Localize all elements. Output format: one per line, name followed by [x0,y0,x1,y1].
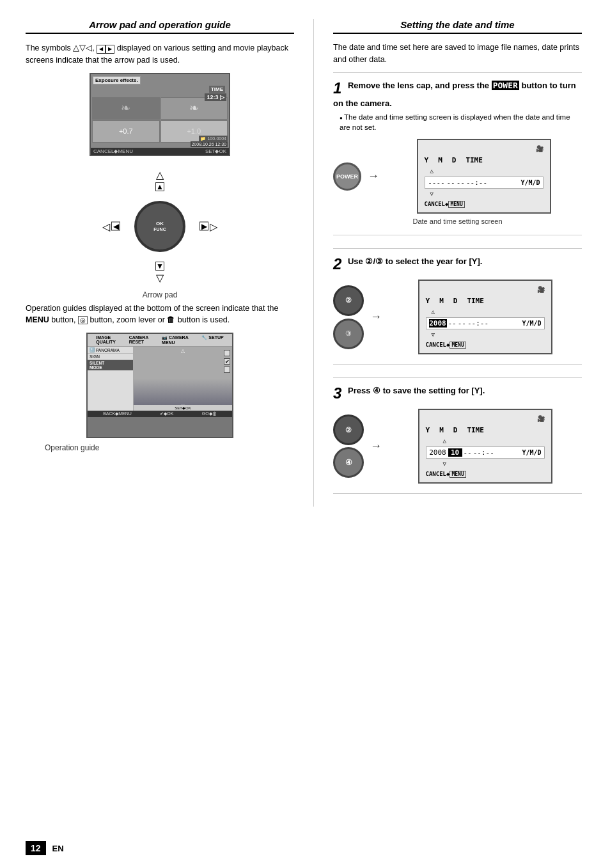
step-1-heading: Remove the lens cap, and press the POWER… [333,81,576,108]
set-label: SET◆OK [205,148,226,154]
dt-row-1: ---- -- -- --:-- Y/M/D [425,177,544,189]
dt-screen-top-3: 🎥 [426,415,545,422]
left-triangle: ◁ [102,220,110,232]
op-inner-bottom: SET◆OK [134,405,232,411]
dt-header-3: Y M D TIME [426,425,545,436]
camera-icon-1: 🎥 [536,145,544,152]
op-content-area: 🔙 PANORAMA SIGN SILENTMODE ✔ [88,347,232,411]
down-arrow-row-1: ▽ [425,190,544,198]
dt-cancel-2: CANCEL◆MENU [426,342,545,348]
step-2-number: 2 [333,255,341,272]
dt-d-label-3: D [453,426,458,434]
page-language: EN [52,844,64,853]
right-triangle: ▷ [210,220,217,232]
dt-header-2: Y M D TIME [426,296,545,306]
landscape-bg [134,347,232,411]
page-number: 12 [26,841,46,855]
checkbox-1 [224,350,230,356]
op-main-view: ✔ △ ▽ SET◆OK [134,347,232,411]
screen-1-caption: Date and time setting screen [333,217,582,225]
right-intro-text: The date and time set here are saved to … [333,42,582,66]
down-arrow-group: ▼ ▽ [155,262,164,284]
op-bottom-bar: BACK◆MENU ✔◆OK GO◆🗑 [88,411,232,417]
dt-cancel-3: CANCEL◆MENU [426,471,545,477]
dt-screen-top-1: 🎥 [425,145,544,152]
op-back: BACK◆MENU [103,411,132,416]
down-triangle: ▽ [156,272,164,284]
right-arrow-group: ▶ ▷ [199,220,217,232]
up-arrow-row-2: △ [426,308,545,316]
left-section-title: Arrow pad and operation guide [26,19,294,34]
dt-sep-8: --:-- [473,448,494,457]
left-intro-text: The symbols △▽◁, ◀▶ displayed on various… [26,42,294,67]
checkbox-2: ✔ [224,358,230,365]
down-box: ▼ [155,262,164,271]
dt-year-val-3: 2008 [429,448,447,457]
op-silent-item: SILENTMODE [88,360,133,370]
right-box: ▶ [199,222,208,231]
step-3: 3 Press ④ to save the setting for [Y]. ②… [333,384,582,494]
dt-screen-3: 🎥 Y M D TIME △ 2008 10 -- [418,409,552,484]
op-guide-caption: Operation guide [45,443,294,452]
power-button: POWER [333,162,361,191]
up-box: ▲ [155,182,164,191]
dt-m-label: M [438,156,442,164]
checkbox-3 [224,367,230,373]
step-2: 2 Use ②/③ to select the year for [Y]. ② … [333,255,582,365]
arrow-2: → [370,310,382,324]
menu-setup: 🔧 SETUP [201,335,223,345]
dt-screen-1: 🎥 Y M D TIME △ ---- -- -- [417,139,551,214]
clock-display: 12:3 ▷ [205,93,226,101]
step-1-number: 1 [333,79,341,97]
step-3-visual: ② ④ → 🎥 Y M D TIME [333,409,582,484]
dt-header-1: Y M D TIME [425,155,544,166]
dt-y-label-2: Y [426,297,430,305]
arrow-pad-area: △ ▲ ▼ ▽ ◁ ◀ ▶ ▷ [102,169,217,284]
power-icon: POWER [336,173,358,180]
dt-year-val-1: ---- [428,178,446,187]
dt-sep-6: --:-- [467,319,489,327]
date-overlay: 2008.10.26 12:30 [191,141,228,147]
up-arrow-group: △ ▲ [155,169,164,191]
dt-time-label-2: TIME [467,297,484,305]
dt-sep-7: -- [464,448,472,457]
op-sign-item: SIGN [88,354,133,360]
op-left-menu: 🔙 PANORAMA SIGN SILENTMODE [88,347,134,411]
operation-guide-screen: IMAGEQUALITY CAMERARESET 📷 CAMERAMENU 🔧 … [86,333,233,438]
divider-2 [333,248,582,249]
scroll-arrow-up: △ [181,348,185,354]
left-box: ◀ [111,222,120,231]
divider-1 [333,72,582,73]
dt-screen-top-2: 🎥 [426,286,545,293]
step-3-heading-row: 3 Press ④ to save the setting for [Y]. [333,384,582,402]
up-arrow-row-1: △ [425,167,544,175]
op-go: GO◆🗑 [202,411,217,416]
arrow-pad-caption: Arrow pad [143,290,178,299]
dial-top-3: ② [333,414,364,445]
op-panorama-item: 🔙 PANORAMA [88,347,133,354]
dt-sep-2: -- [457,178,465,187]
dt-year-val-2: 2008 [429,319,447,327]
screen-cell-1: ❧ [92,97,160,120]
arrow-1: → [368,170,379,183]
dt-screen-2: 🎥 Y M D TIME △ 2008 -- -- [418,280,552,354]
divider-3 [333,377,582,378]
step-1-bullet: The date and time setting screen is disp… [340,112,582,132]
folder-overlay: 📁 100-0004 [199,136,228,142]
step-3-number: 3 [333,384,341,402]
up-triangle: △ [156,169,164,181]
dt-sep-1: -- [447,178,455,187]
up-arrow-row-3: △ [426,437,545,445]
dt-row-2: 2008 -- -- --:-- Y/M/D [426,317,545,329]
left-arrow-group: ◁ ◀ [102,220,120,232]
ok-text: OK [156,221,164,226]
dt-cancel-1: CANCEL◆MENU [425,201,544,207]
menu-camera-reset: CAMERARESET [129,335,149,345]
step-2-heading: Use ②/③ to select the year for [Y]. [348,256,482,266]
time-label: TIME [209,86,225,93]
dt-sep-5: -- [458,319,466,327]
dial-bottom-2: ③ [333,319,364,349]
arrow-pad-diagram: △ ▲ ▼ ▽ ◁ ◀ ▶ ▷ [26,169,294,299]
screen-bottom-bar: CANCEL◆MENU SET◆OK [91,148,229,155]
dt-y-label: Y [425,156,429,164]
